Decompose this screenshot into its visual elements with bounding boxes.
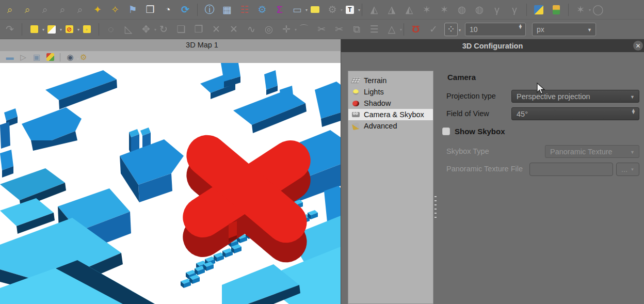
move-feature-icon[interactable]: ✥▾: [139, 23, 153, 36]
labeling-options-icon: ◭: [371, 5, 378, 14]
map-3d-titlebar[interactable]: 3D Map 1: [0, 39, 341, 51]
copy-rotate-feature-icon[interactable]: ❐: [192, 23, 205, 36]
select-by-form-icon[interactable]: ▾: [45, 23, 58, 36]
python-console-icon[interactable]: [532, 3, 545, 17]
processing-toolbox-icon[interactable]: ⚙: [255, 3, 269, 17]
split-parts-icon[interactable]: ✂: [332, 23, 346, 36]
diagram-raise-icon[interactable]: ◍: [455, 3, 469, 17]
field-calculator-icon[interactable]: ☷: [238, 3, 251, 17]
rotate-feature-icon[interactable]: ↻: [157, 23, 170, 36]
temporal-controller-icon[interactable]: ◔: [161, 3, 174, 17]
section-item-shadow[interactable]: Shadow: [348, 98, 433, 109]
show-bookmarks-icon[interactable]: ✧: [108, 3, 122, 17]
merge-features-icon[interactable]: ⧉: [350, 23, 363, 36]
map-tips-icon[interactable]: [308, 3, 321, 17]
vertex-tool-icon[interactable]: ✛▾: [280, 23, 293, 36]
dropdown-arrow-icon[interactable]: ▾: [459, 28, 461, 33]
delete-ring-icon[interactable]: ✕: [227, 23, 240, 36]
dropdown-arrow-icon[interactable]: ▾: [589, 8, 591, 12]
dropdown-arrow-icon[interactable]: ▾: [60, 27, 62, 32]
zoom-native-icon[interactable]: ⌕: [38, 3, 52, 17]
export-scene-icon[interactable]: [45, 52, 55, 62]
rotate-point-symbols-icon[interactable]: △▾: [385, 23, 398, 36]
enable-tracing-icon[interactable]: ✓: [427, 23, 440, 36]
camera-view-options-icon[interactable]: ◉▾: [65, 52, 75, 62]
select-by-value-icon[interactable]: ◦: [80, 23, 93, 36]
reshape-features-icon[interactable]: ∿: [245, 23, 258, 36]
digitize-with-curve-icon[interactable]: ◌: [104, 23, 118, 36]
zoom-next-icon[interactable]: ⌕: [73, 3, 87, 17]
delete-part-icon[interactable]: ✕: [210, 23, 223, 36]
field-of-view-spinbox[interactable]: 45° ▲▼: [511, 107, 639, 120]
statistics-panel-icon[interactable]: Σ: [273, 3, 286, 17]
callout-raise-icon[interactable]: γ: [490, 3, 504, 17]
zoom-last-icon[interactable]: ⌕: [3, 3, 17, 17]
dropdown-arrow-icon[interactable]: ▾: [358, 8, 360, 12]
zoom-full-icon[interactable]: ⌕: [21, 3, 34, 17]
dropdown-arrow-icon[interactable]: ▾: [341, 8, 343, 12]
snapping-toggle-icon[interactable]: Ω: [409, 23, 423, 36]
dropdown-arrow-icon[interactable]: ▾: [295, 27, 297, 32]
label-lower-icon[interactable]: ✶: [438, 3, 451, 17]
select-features-icon[interactable]: ▾: [27, 23, 41, 36]
new-scratch-layer-icon: ◯: [592, 5, 603, 14]
show-skybox-checkbox[interactable]: [442, 127, 450, 135]
identify-features-icon[interactable]: ⓘ: [203, 3, 216, 17]
attribute-table-icon[interactable]: ▦: [220, 3, 234, 17]
measure-line-icon[interactable]: ▭▾: [291, 3, 304, 17]
labeling-rule-icon[interactable]: ◭: [403, 3, 416, 17]
move-labels-icon[interactable]: ☰: [367, 23, 381, 36]
refresh-map-icon[interactable]: ⟳: [179, 3, 192, 17]
section-item-advanced[interactable]: Advanced: [348, 120, 433, 132]
shadow-icon: [351, 99, 360, 107]
labeling-single-icon[interactable]: ◮: [385, 3, 398, 17]
move-labels-icon: ☰: [369, 24, 378, 34]
close-icon[interactable]: ✕: [633, 41, 643, 51]
new-annotation-layer-icon[interactable]: ✶▾: [574, 3, 587, 17]
projection-type-combo[interactable]: Perspective projection ▼: [511, 90, 639, 103]
refresh-map-icon: ⟳: [181, 5, 189, 14]
labeling-options-icon[interactable]: ◭: [367, 3, 381, 17]
camera-control-icon[interactable]: ▬: [5, 52, 15, 62]
text-annotation-icon[interactable]: T▾: [343, 3, 357, 17]
new-scratch-layer-icon[interactable]: ◯: [591, 3, 605, 17]
bookmark-manager-icon[interactable]: ❒: [143, 3, 157, 17]
play-animation-icon[interactable]: ▷: [18, 52, 28, 62]
dropdown-arrow-icon[interactable]: ▾: [305, 8, 308, 12]
dropdown-arrow-icon[interactable]: ▾: [154, 27, 156, 32]
deselect-all-icon[interactable]: ⊘▾: [62, 23, 76, 36]
dropdown-arrow-icon[interactable]: ▾: [77, 27, 79, 32]
deselect-all-icon: ⊘: [67, 26, 72, 33]
new-bookmark-icon[interactable]: ✦: [91, 3, 104, 17]
snapping-units-combo[interactable]: px ▼: [532, 23, 596, 36]
section-item-lights[interactable]: Lights: [348, 86, 433, 98]
configure-3d-icon[interactable]: ⚙: [78, 52, 89, 62]
section-item-terrain[interactable]: Terrain: [348, 75, 433, 86]
copy-move-feature-icon[interactable]: ❏: [174, 23, 188, 36]
label-raise-icon[interactable]: ✶: [420, 3, 433, 17]
dropdown-arrow-icon[interactable]: ▾: [400, 27, 402, 32]
map-3d-viewport[interactable]: [0, 63, 341, 304]
dropdown-arrow-icon[interactable]: ▾: [42, 27, 44, 32]
callout-lower-icon[interactable]: γ: [508, 3, 521, 17]
splitter-handle[interactable]: [434, 196, 437, 220]
save-as-image-icon[interactable]: ▣: [31, 52, 42, 62]
dialog-titlebar[interactable]: 3D Configuration ✕: [341, 39, 644, 52]
redo-icon[interactable]: ↷: [3, 23, 17, 36]
advanced-digitizing-icon[interactable]: ◺: [122, 23, 135, 36]
add-ring-icon[interactable]: ◎: [262, 23, 276, 36]
zoom-previous-icon[interactable]: ⌕: [56, 3, 69, 17]
skybox-type-label: Skybox Type: [446, 147, 489, 155]
new-spatial-bookmark-icon[interactable]: ⚑: [126, 3, 139, 17]
select-by-form-icon: [47, 25, 56, 34]
offset-curve-icon[interactable]: ⌒: [297, 23, 311, 36]
run-feature-action-icon[interactable]: ⚙▾: [326, 3, 339, 17]
section-item-camera-skybox[interactable]: Camera & Skybox: [348, 109, 433, 120]
split-features-icon[interactable]: ✂: [315, 23, 328, 36]
diagram-lower-icon[interactable]: ◍: [473, 3, 486, 17]
spinbox-arrows-icon[interactable]: ▲▼: [518, 24, 523, 29]
spinbox-arrows-icon[interactable]: ▲▼: [631, 109, 636, 115]
topological-editing-icon[interactable]: ⁘▾: [444, 23, 458, 36]
grass-tools-icon[interactable]: [550, 3, 563, 17]
snapping-tolerance-spinbox[interactable]: 10 ▲▼: [465, 23, 526, 36]
